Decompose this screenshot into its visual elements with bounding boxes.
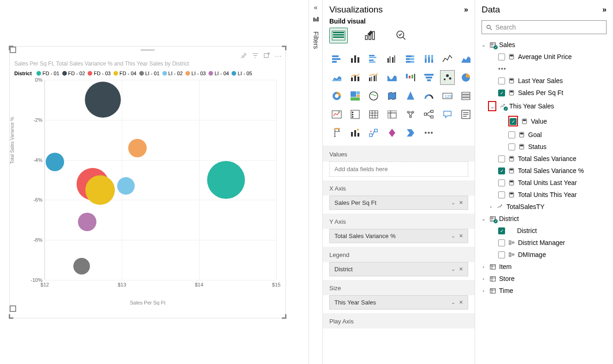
line-stacked-column-icon[interactable] — [348, 70, 363, 85]
legend-item[interactable]: LI - 03 — [185, 71, 206, 76]
search-input[interactable]: Search — [482, 20, 607, 34]
power-automate-icon[interactable] — [403, 125, 418, 140]
stacked-bar-icon[interactable] — [329, 52, 344, 66]
remove-icon[interactable]: ✕ — [459, 200, 463, 206]
remove-icon[interactable]: ✕ — [459, 233, 463, 239]
stacked-area-icon[interactable] — [329, 70, 344, 85]
table-item[interactable]: › Item — [480, 261, 608, 273]
checkbox[interactable] — [498, 179, 505, 186]
pin-icon[interactable] — [240, 52, 247, 60]
field-last-year-sales[interactable]: Last Year Sales — [480, 75, 608, 87]
scatter-chart-visual[interactable]: ··· Sales Per Sq Ft, Total Sales Varianc… — [9, 46, 286, 318]
treemap-icon[interactable] — [348, 89, 363, 103]
power-apps-icon[interactable] — [385, 125, 399, 140]
line-chart-icon[interactable] — [440, 52, 455, 66]
clustered-column-icon[interactable] — [385, 52, 399, 66]
field-avg-unit-price[interactable]: Average Unit Price — [480, 51, 608, 63]
bubble-fd-04[interactable] — [85, 175, 115, 205]
bubble-li-02[interactable] — [117, 177, 135, 195]
legend-item[interactable]: FD - 02 — [62, 71, 85, 76]
table-icon[interactable] — [366, 107, 381, 122]
plot-area[interactable]: Total Sales Variance % 0%-2%-4%-6%-8%-10… — [35, 80, 276, 290]
donut-chart-icon[interactable] — [329, 89, 344, 103]
values-well-drop[interactable]: Add data fields here — [329, 161, 468, 177]
filters-pane-collapsed[interactable]: « Filters — [309, 0, 322, 364]
legend-item[interactable]: FD - 03 — [88, 71, 111, 76]
legend-item[interactable]: LI - 04 — [208, 71, 229, 76]
chevron-down-icon[interactable]: ⌄ — [451, 233, 455, 239]
field-total-sales-ty[interactable]: › TotalSalesTY — [480, 201, 608, 213]
caret-down-icon[interactable]: ⌄ — [481, 42, 486, 48]
kpi-icon[interactable] — [329, 107, 344, 122]
bubble-fd-01[interactable] — [207, 161, 245, 199]
field-total-units-this-year[interactable]: Total Units This Year — [480, 189, 608, 201]
checkbox-checked[interactable]: ✓ — [498, 90, 505, 96]
bubble-li-03[interactable] — [128, 139, 147, 157]
stacked-column-icon[interactable] — [348, 52, 363, 66]
build-visual-tab[interactable] — [329, 28, 348, 43]
checkbox[interactable] — [498, 155, 505, 162]
legend-item[interactable]: FD - 01 — [36, 71, 60, 76]
field-status[interactable]: Status — [480, 141, 608, 153]
caret-right-icon[interactable]: › — [481, 276, 486, 281]
format-visual-tab[interactable] — [361, 28, 379, 43]
checkbox[interactable] — [508, 143, 515, 150]
legend-item[interactable]: LI - 01 — [139, 71, 160, 76]
report-canvas[interactable]: ··· Sales Per Sq Ft, Total Sales Varianc… — [0, 0, 309, 364]
focus-mode-icon[interactable] — [263, 52, 270, 60]
decomposition-tree-icon[interactable] — [422, 107, 436, 122]
field-sales-per-sqft[interactable]: ✓ Sales Per Sq Ft — [480, 87, 608, 99]
field-district[interactable]: ✓ District — [480, 225, 608, 237]
pie-chart-icon[interactable] — [458, 70, 473, 85]
matrix-icon[interactable] — [385, 107, 399, 122]
analytics-tab[interactable] — [392, 28, 411, 43]
scatter-chart-icon[interactable] — [440, 70, 455, 85]
bubble-li-04[interactable] — [78, 213, 96, 231]
caret-right-icon[interactable]: › — [481, 264, 486, 269]
legend-item[interactable]: LI - 05 — [232, 71, 252, 76]
checkbox[interactable] — [498, 239, 505, 246]
filled-map-icon[interactable] — [385, 89, 399, 103]
table-district[interactable]: ⌄ District — [480, 213, 608, 225]
area-chart-icon[interactable] — [458, 52, 473, 66]
paginated-report-icon[interactable] — [329, 125, 344, 140]
r-visual-icon[interactable] — [403, 107, 418, 122]
more-options-icon[interactable]: ··· — [275, 52, 282, 60]
map-icon[interactable] — [366, 89, 381, 103]
field-district-manager[interactable]: District Manager — [480, 237, 608, 249]
card-icon[interactable]: 123 — [440, 89, 455, 103]
table-sales[interactable]: ⌄ Sales — [480, 39, 608, 51]
yaxis-chip[interactable]: Total Sales Variance % ⌄✕ — [329, 229, 468, 243]
bubble-li-05[interactable] — [46, 153, 64, 171]
gauge-icon[interactable] — [422, 89, 436, 103]
python-visual-icon[interactable] — [348, 125, 363, 140]
size-chip[interactable]: This Year Sales ⌄✕ — [329, 295, 468, 310]
funnel-icon[interactable] — [422, 70, 436, 85]
caret-down-icon[interactable]: ⌄ — [489, 104, 495, 110]
caret-down-icon[interactable]: ⌄ — [481, 216, 486, 222]
key-influencers-icon[interactable] — [366, 125, 381, 140]
table-store[interactable]: › Store — [480, 273, 608, 285]
remove-icon[interactable]: ✕ — [459, 299, 463, 305]
waterfall-icon[interactable] — [403, 70, 418, 85]
hundred-stacked-bar-icon[interactable] — [403, 52, 418, 66]
clustered-bar-icon[interactable] — [366, 52, 381, 66]
legend-item[interactable]: LI - 02 — [162, 71, 183, 76]
drag-grip-icon[interactable] — [141, 49, 155, 51]
field-dm-image[interactable]: DMImage — [480, 249, 608, 261]
field-total-sales-variance[interactable]: Total Sales Variance — [480, 153, 608, 165]
field-total-units-last-year[interactable]: Total Units Last Year — [480, 177, 608, 189]
bubble-fd-02[interactable] — [85, 82, 121, 118]
azure-map-icon[interactable] — [403, 89, 418, 103]
field-value[interactable]: ✓ Value — [480, 113, 608, 129]
chevron-down-icon[interactable]: ⌄ — [451, 266, 455, 272]
remove-icon[interactable]: ✕ — [459, 266, 463, 272]
checkbox[interactable] — [498, 191, 505, 198]
checkbox[interactable] — [498, 54, 505, 60]
smart-narrative-icon[interactable] — [458, 107, 473, 122]
slicer-icon[interactable] — [348, 107, 363, 122]
field-this-year-sales[interactable]: ⌄ This Year Sales — [480, 99, 608, 113]
multi-row-card-icon[interactable] — [458, 89, 473, 103]
legend-chip[interactable]: District ⌄✕ — [329, 262, 468, 276]
qa-visual-icon[interactable] — [440, 107, 455, 122]
